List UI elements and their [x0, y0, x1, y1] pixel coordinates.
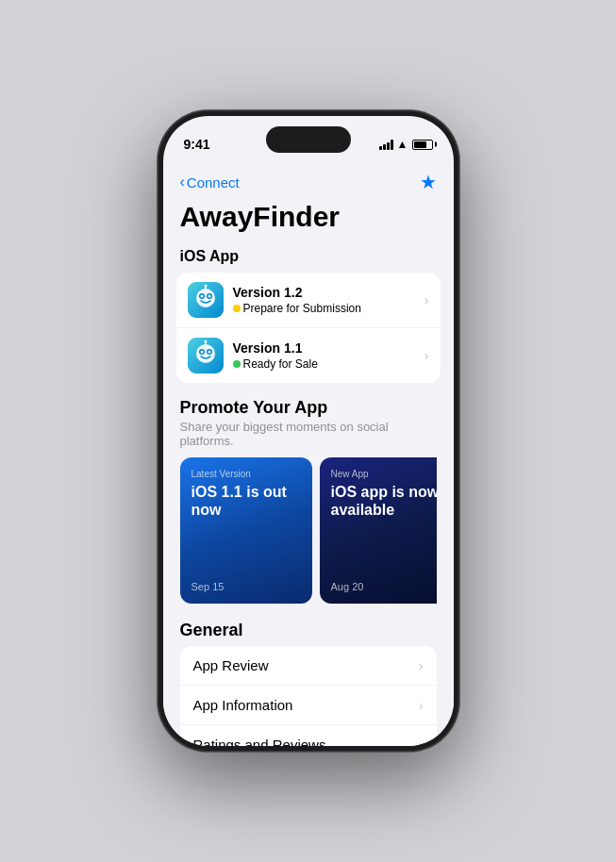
version-item-12[interactable]: Version 1.2 Prepare for Submission ›	[176, 273, 441, 328]
status-time: 9:41	[184, 137, 210, 152]
version-11-status: Ready for Sale	[233, 357, 425, 371]
version-11-status-label: Ready for Sale	[243, 357, 318, 371]
phone-frame: 9:41 ▲ ‹ Connect	[158, 110, 459, 752]
wifi-icon: ▲	[397, 138, 408, 151]
promote-subtitle: Share your biggest moments on social pla…	[180, 420, 437, 448]
svg-point-7	[204, 285, 207, 288]
general-item-app-information[interactable]: App Information ›	[180, 686, 437, 725]
status-dot-green	[233, 360, 241, 368]
chevron-left-icon: ‹	[180, 174, 185, 191]
svg-point-1	[196, 289, 215, 307]
svg-point-13	[208, 351, 210, 354]
status-dot-yellow	[233, 305, 241, 312]
nav-back-button[interactable]: ‹ Connect	[180, 174, 240, 191]
general-title: General	[180, 621, 437, 640]
version-12-info: Version 1.2 Prepare for Submission	[233, 285, 425, 315]
version-11-name: Version 1.1	[233, 340, 425, 356]
svg-point-4	[200, 295, 203, 298]
svg-point-9	[196, 344, 215, 363]
app-icon-12	[188, 282, 224, 318]
general-section: General App Review › App Information › R…	[163, 609, 454, 746]
versions-card: Version 1.2 Prepare for Submission ›	[176, 273, 441, 383]
status-icons: ▲	[379, 138, 433, 151]
nav-bar: ‹ Connect ★	[163, 163, 454, 197]
card-1-date: Sep 15	[191, 581, 301, 592]
screen-content[interactable]: ‹ Connect ★ AwayFinder iOS App	[163, 163, 454, 746]
version-item-11[interactable]: Version 1.1 Ready for Sale ›	[176, 328, 441, 383]
promote-card-1[interactable]: Latest Version iOS 1.1 is out now Sep 15	[180, 457, 312, 604]
general-list: App Review › App Information › Ratings a…	[180, 646, 437, 746]
version-11-info: Version 1.1 Ready for Sale	[233, 340, 425, 371]
app-icon-11	[188, 338, 224, 373]
signal-icon	[379, 140, 393, 150]
svg-point-12	[200, 351, 203, 354]
dynamic-island	[266, 126, 351, 153]
promote-title: Promote Your App	[180, 398, 437, 418]
favorite-star-icon[interactable]: ★	[420, 171, 437, 193]
svg-point-15	[204, 340, 207, 343]
promote-card-2[interactable]: New App iOS app is now available Aug 20	[320, 457, 437, 604]
general-item-app-review[interactable]: App Review ›	[180, 646, 437, 686]
chevron-right-icon: ›	[425, 348, 429, 363]
card-1-label: Latest Version iOS 1.1 is out now	[191, 469, 301, 519]
chevron-right-icon: ›	[419, 698, 424, 713]
app-title: AwayFinder	[163, 197, 454, 240]
version-12-status: Prepare for Submission	[233, 302, 425, 315]
promote-section: Promote Your App Share your biggest mome…	[163, 387, 454, 609]
battery-icon	[412, 140, 433, 150]
promote-cards[interactable]: Latest Version iOS 1.1 is out now Sep 15…	[180, 457, 437, 604]
version-12-name: Version 1.2	[233, 285, 425, 300]
ios-section-label: iOS App	[163, 240, 454, 269]
card-2-date: Aug 20	[331, 581, 437, 592]
version-12-status-label: Prepare for Submission	[243, 302, 361, 315]
chevron-right-icon: ›	[419, 738, 424, 747]
general-item-ratings-reviews[interactable]: Ratings and Reviews ›	[180, 725, 437, 746]
card-2-label: New App iOS app is now available	[331, 469, 437, 519]
nav-back-label: Connect	[187, 174, 240, 191]
phone-screen: 9:41 ▲ ‹ Connect	[163, 116, 454, 746]
svg-point-5	[208, 295, 210, 298]
chevron-right-icon: ›	[419, 658, 424, 673]
chevron-right-icon: ›	[425, 292, 429, 307]
